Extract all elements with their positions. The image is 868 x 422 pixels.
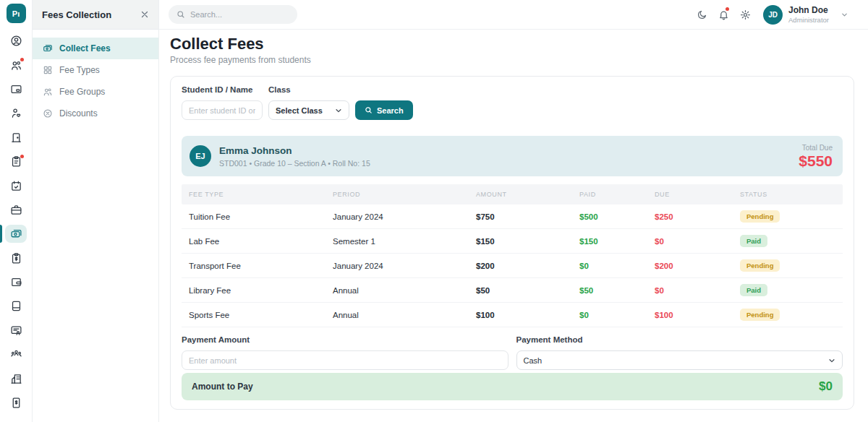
search-placeholder: Search... — [190, 10, 222, 19]
paid-cell: $500 — [572, 212, 647, 221]
notification-dot — [20, 58, 24, 61]
period-cell: Annual — [326, 311, 469, 319]
dollar-receipt-icon[interactable] — [0, 391, 33, 415]
sidebar-item-label: Fee Groups — [59, 87, 105, 97]
period-cell: Semester 1 — [326, 237, 469, 246]
user-name: John Doe — [788, 6, 829, 15]
main-area: Search... JD John Doe Administrator Coll… — [159, 0, 868, 422]
column-header: Fee Type — [182, 191, 326, 198]
user-avatar: JD — [763, 5, 783, 25]
discount-icon — [43, 108, 53, 119]
user-role: Administrator — [788, 16, 829, 24]
period-cell: January 2024 — [326, 262, 469, 270]
sidebar-item-fee-groups[interactable]: Fee Groups — [33, 81, 158, 103]
search-icon — [176, 10, 185, 19]
moon-icon — [697, 9, 707, 20]
student-id-input[interactable] — [182, 100, 263, 120]
paid-cell: $50 — [572, 286, 647, 295]
fee-type-cell: Tuition Fee — [182, 212, 326, 221]
guardians-icon[interactable] — [0, 101, 33, 125]
user-profile-icon[interactable] — [0, 29, 33, 53]
settings-button[interactable] — [734, 4, 756, 25]
sidebar-title: Fees Collection — [42, 9, 140, 20]
status-badge: Paid — [740, 284, 767, 296]
notification-dot — [20, 155, 24, 158]
app-window: Pı Fees Collection — [0, 0, 868, 422]
status-badge: Pending — [740, 259, 780, 272]
id-card-icon[interactable] — [0, 319, 33, 343]
payment-method-value: Cash — [524, 356, 829, 365]
payment-amount-input[interactable] — [182, 350, 509, 370]
page-subtitle: Process fee payments from students — [170, 55, 854, 66]
topbar-actions: JD John Doe Administrator — [691, 4, 848, 25]
search-button[interactable]: Search — [355, 100, 413, 120]
grid-icon — [43, 65, 53, 75]
close-icon[interactable] — [140, 10, 149, 19]
amount-cell: $50 — [469, 286, 572, 295]
due-cell: $250 — [647, 212, 733, 221]
sidebar-menu: Collect Fees Fee Types Fee Groups Discou… — [33, 30, 158, 124]
column-header: Status — [733, 191, 843, 198]
total-due-label: Total Due — [799, 144, 833, 152]
clipboard-icon[interactable] — [0, 150, 33, 173]
global-search-input[interactable]: Search... — [169, 5, 297, 24]
table-row: Tuition Fee January 2024 $750 $500 $250 … — [182, 204, 843, 229]
door-icon[interactable] — [0, 126, 33, 150]
app-logo[interactable]: Pı — [7, 4, 26, 23]
period-cell: January 2024 — [326, 212, 469, 221]
people-group-icon[interactable] — [0, 343, 33, 366]
class-select-value: Select Class — [276, 106, 335, 115]
book-icon[interactable] — [0, 294, 33, 318]
building-icon[interactable] — [0, 366, 33, 390]
amount-cell: $200 — [469, 262, 572, 270]
column-header: Period — [326, 191, 469, 198]
fees-cash-icon[interactable] — [0, 222, 33, 246]
content: Collect Fees Process fee payments from s… — [159, 30, 868, 410]
student-search-form: Student ID / Name Class Select Class Sea… — [182, 85, 843, 120]
paid-cell: $0 — [572, 311, 647, 319]
user-menu[interactable]: JD John Doe Administrator — [763, 5, 848, 25]
due-cell: $0 — [647, 237, 733, 246]
chevron-down-icon — [828, 357, 835, 364]
monitor-icon[interactable] — [0, 77, 33, 101]
class-select[interactable]: Select Class — [268, 100, 349, 120]
status-badge: Pending — [740, 309, 780, 321]
sidebar-item-collect-fees[interactable]: Collect Fees — [33, 38, 158, 59]
briefcase-icon[interactable] — [0, 198, 33, 222]
sidebar-item-label: Collect Fees — [59, 43, 111, 53]
students-icon[interactable] — [0, 53, 33, 77]
student-avatar: EJ — [190, 145, 211, 167]
table-row: Lab Fee Semester 1 $150 $150 $0 Paid — [182, 229, 843, 254]
payment-amount-label: Payment Amount — [182, 335, 509, 345]
period-cell: Annual — [326, 286, 469, 295]
icon-rail: Pı — [0, 0, 33, 422]
invoice-clipboard-icon[interactable] — [0, 246, 33, 270]
column-header: Amount — [469, 191, 572, 198]
calendar-check-icon[interactable] — [0, 173, 33, 197]
fee-type-cell: Sports Fee — [182, 311, 326, 319]
gear-icon — [740, 9, 751, 20]
sidebar-item-label: Discounts — [59, 108, 98, 119]
sidebar-item-discounts[interactable]: Discounts — [33, 103, 158, 124]
amount-to-pay-bar: Amount to Pay $0 — [182, 373, 843, 400]
amount-cell: $750 — [469, 212, 572, 221]
due-cell: $100 — [647, 311, 733, 319]
sidebar: Fees Collection Collect Fees Fee Types F… — [33, 0, 159, 422]
status-badge: Paid — [740, 235, 767, 247]
dark-mode-toggle[interactable] — [691, 4, 712, 25]
notifications-button[interactable] — [712, 4, 734, 25]
sidebar-item-fee-types[interactable]: Fee Types — [33, 59, 158, 81]
fee-type-cell: Transport Fee — [182, 262, 326, 270]
chevron-down-icon — [335, 107, 342, 114]
wallet-icon[interactable] — [0, 270, 33, 294]
rail-nav — [0, 29, 33, 415]
fees-table: Fee Type Period Amount Paid Due Status T… — [182, 184, 843, 327]
amount-to-pay-value: $0 — [819, 379, 833, 394]
payment-method-select[interactable]: Cash — [516, 350, 843, 370]
cash-icon — [43, 43, 53, 53]
student-details: STD001 • Grade 10 – Section A • Roll No:… — [219, 159, 799, 168]
chevron-down-icon — [841, 11, 848, 19]
sidebar-header: Fees Collection — [33, 0, 158, 30]
table-row: Library Fee Annual $50 $50 $0 Paid — [182, 278, 843, 303]
fee-type-cell: Library Fee — [182, 286, 326, 295]
